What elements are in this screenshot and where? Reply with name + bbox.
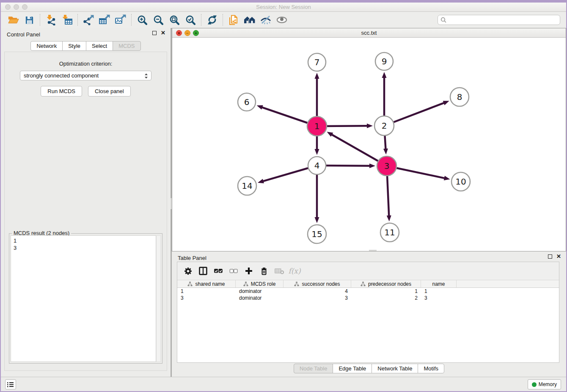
svg-text:15: 15 [311, 229, 322, 239]
graph-node-9[interactable]: 9 [375, 52, 393, 70]
table-row[interactable]: 3dominator323 [177, 295, 559, 301]
search-icon [440, 17, 447, 23]
zoom-selected-button[interactable] [183, 14, 198, 26]
zoom-fit-button[interactable] [167, 14, 182, 26]
memory-button[interactable]: Memory [528, 379, 561, 389]
cell-name[interactable]: 1 [421, 288, 457, 294]
zoom-in-icon [137, 15, 148, 25]
float-panel-icon[interactable] [152, 31, 157, 35]
criterion-select[interactable]: strongly connected component [20, 71, 151, 80]
refresh-button[interactable] [205, 14, 219, 26]
edge-arrowhead [315, 73, 319, 79]
tab-network-table[interactable]: Network Table [372, 364, 418, 373]
mcds-result-list[interactable]: 1 3 [11, 235, 156, 362]
home-button[interactable] [242, 14, 257, 26]
import-network-button[interactable] [44, 14, 58, 26]
eye-icon [276, 16, 287, 24]
status-bar: Memory [1, 377, 566, 391]
cell-shared-name[interactable]: 1 [177, 288, 236, 294]
graph-node-8[interactable]: 8 [450, 88, 469, 106]
graph-node-2[interactable]: 2 [374, 116, 394, 135]
column-header-name[interactable]: name [421, 280, 457, 287]
export-network-icon [83, 14, 94, 25]
graph-node-1[interactable]: 1 [307, 116, 327, 136]
zoom-in-button[interactable] [135, 14, 149, 26]
title-bar: Session: New Session [1, 3, 566, 12]
select-all-button[interactable] [212, 265, 225, 277]
graph-node-4[interactable]: 4 [308, 157, 326, 174]
graph-node-7[interactable]: 7 [308, 53, 326, 71]
export-image-icon [115, 14, 127, 25]
cell-successor-nodes[interactable]: 3 [284, 295, 351, 301]
tab-edge-table[interactable]: Edge Table [333, 364, 372, 373]
canvas-resize-handle[interactable] [369, 250, 377, 251]
close-panel-icon[interactable]: ✕ [161, 31, 165, 35]
tab-motifs[interactable]: Motifs [418, 364, 444, 373]
zoom-out-button[interactable] [151, 14, 165, 26]
import-network-icon [45, 14, 56, 25]
show-columns-button[interactable] [197, 265, 209, 277]
table-settings-button[interactable] [182, 265, 194, 277]
tab-mcds[interactable]: MCDS [113, 41, 140, 51]
optimization-criterion-label: Optimization criterion: [5, 61, 167, 67]
column-header-MCDS-role[interactable]: MCDS role [236, 280, 284, 287]
tab-network[interactable]: Network [30, 41, 63, 51]
cell-successor-nodes[interactable]: 4 [284, 288, 351, 294]
select-all-icon [214, 268, 223, 273]
close-table-panel-icon[interactable]: ✕ [556, 254, 561, 259]
show-graphics-button[interactable] [275, 14, 289, 26]
svg-text:6: 6 [244, 97, 250, 107]
graph-node-11[interactable]: 11 [380, 223, 399, 242]
float-table-panel-icon[interactable] [548, 254, 552, 259]
network-window-title: scc.txt [172, 30, 566, 36]
cell-MCDS-role[interactable]: dominator [236, 288, 284, 294]
network-file-button[interactable] [226, 14, 241, 26]
memory-label: Memory [539, 381, 557, 387]
save-session-button[interactable] [22, 14, 36, 26]
edge-arrowhead [383, 149, 388, 155]
app-window: Session: New Session [0, 0, 567, 392]
edge-arrowhead [387, 215, 391, 221]
cell-MCDS-role[interactable]: dominator [236, 295, 284, 301]
edge-arrowhead [444, 176, 450, 180]
column-header-predecessor-nodes[interactable]: predecessor nodes [351, 280, 421, 287]
cell-predecessor-nodes[interactable]: 1 [351, 288, 421, 294]
graph-node-14[interactable]: 14 [238, 177, 256, 195]
save-icon [25, 15, 34, 25]
import-table-button[interactable] [60, 14, 74, 26]
tab-select[interactable]: Select [86, 41, 113, 51]
export-image-button[interactable] [113, 14, 128, 26]
mcds-result-scrollbar[interactable] [156, 235, 161, 362]
deselect-all-button[interactable] [227, 265, 240, 277]
edge-arrowhead [315, 217, 319, 223]
tab-style[interactable]: Style [62, 41, 86, 51]
svg-text:10: 10 [455, 177, 466, 187]
graph-node-3[interactable]: 3 [377, 156, 396, 176]
delete-table-icon [275, 268, 284, 274]
hide-graphics-button[interactable] [259, 14, 273, 26]
graph-node-15[interactable]: 15 [308, 225, 326, 243]
export-table-button[interactable] [97, 14, 112, 26]
search-input[interactable] [447, 17, 557, 23]
delete-row-button[interactable] [258, 265, 270, 277]
cell-shared-name[interactable]: 3 [177, 295, 236, 301]
memory-status-icon [532, 382, 537, 387]
tab-node-table[interactable]: Node Table [294, 364, 333, 373]
network-canvas[interactable]: 1234678910111415 [172, 38, 566, 251]
search-box[interactable] [438, 15, 560, 25]
eye-slash-icon [260, 15, 271, 25]
cell-predecessor-nodes[interactable]: 2 [351, 295, 421, 301]
graph-node-10[interactable]: 10 [451, 172, 470, 191]
column-header-successor-nodes[interactable]: successor nodes [284, 280, 351, 287]
run-mcds-button[interactable]: Run MCDS [41, 86, 82, 97]
export-network-button[interactable] [81, 14, 96, 26]
column-header-shared-name[interactable]: shared name [177, 280, 236, 287]
open-session-button[interactable] [6, 14, 20, 26]
graph-node-6[interactable]: 6 [238, 93, 256, 111]
add-column-button[interactable] [242, 265, 255, 277]
close-panel-button[interactable]: Close panel [88, 86, 131, 97]
table-toolbar: f(x) [177, 262, 559, 280]
task-history-button[interactable] [5, 379, 16, 389]
cell-name[interactable]: 3 [421, 295, 457, 301]
table-row[interactable]: 1dominator411 [177, 288, 559, 295]
